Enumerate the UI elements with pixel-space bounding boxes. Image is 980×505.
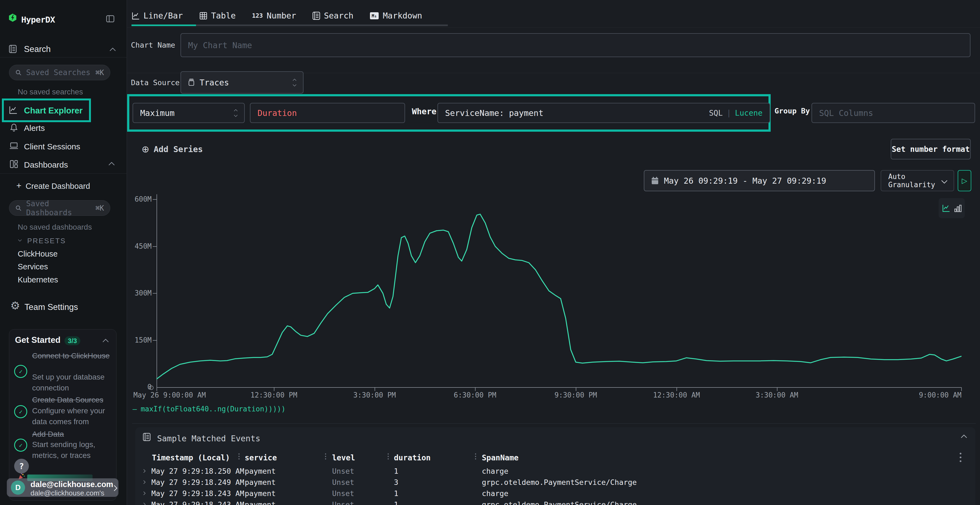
get-started-step-desc: Start sending logs, metrics, or traces [32,439,111,461]
chart-name-label: Chart Name [131,41,175,49]
where-input[interactable]: ServiceName: payment SQL | Lucene [438,103,770,123]
add-series-button[interactable]: ⊕ Add Series [142,144,203,154]
tab-line-bar[interactable]: Line/Bar [132,11,183,21]
search-section-icon [9,45,17,53]
lucene-mode-toggle[interactable]: Lucene [735,108,762,118]
legend-series-label: maxIf(toFloat640..ng(Duration))))) [141,405,286,413]
dashboards-icon [10,160,18,168]
journal-icon [143,433,151,441]
column-header-spanname[interactable]: SpanName [482,453,519,462]
sql-mode-toggle[interactable]: SQL [709,108,723,118]
y-tick-label: 450M [127,242,152,250]
data-source-label: Data Source [131,78,180,87]
line-chart-icon [132,12,140,20]
run-query-button[interactable]: ▷ [958,170,971,191]
chart-line-path [156,214,961,379]
chart-legend[interactable]: — maxIf(toFloat640..ng(Duration))))) [132,405,286,413]
x-tick-label: 12:30:00 PM [250,391,297,399]
saved-dashboards-input[interactable]: Saved Dashboards ⌘K [9,200,110,216]
x-tick-label: 6:30:00 PM [454,391,496,399]
calendar-icon [651,177,659,184]
group-by-input[interactable]: SQL Columns [811,103,975,123]
collapse-search-section-icon[interactable] [110,48,116,54]
sidebar: HyperDX Search Saved Searches ⌘K No save… [0,0,127,505]
data-source-select[interactable]: Traces [180,71,304,94]
sample-events-title: Sample Matched Events [157,434,260,443]
column-header-service[interactable]: service [245,453,277,462]
granularity-select[interactable]: Auto Granularity [881,170,954,191]
presets-label[interactable]: PRESETS [27,237,66,245]
column-resize-handle[interactable] [239,453,240,460]
journal-icon [312,12,320,20]
number-123-icon: 123 [252,12,263,19]
get-started-step-title[interactable]: Add Data [32,429,111,440]
tab-search[interactable]: Search [312,11,353,21]
chart-name-input[interactable]: My Chart Name [180,33,970,57]
y-tick-label: 300M [127,289,152,297]
tab-number[interactable]: 123 Number [252,11,296,21]
events-menu-kebab-icon[interactable] [959,452,961,462]
sidebar-item-team-settings[interactable]: Team Settings [24,302,78,312]
get-started-title: Get Started [15,335,60,345]
presets-chevron-icon[interactable] [18,238,22,241]
user-email: dale@clickhouse.com [30,480,113,489]
chart-name-placeholder: My Chart Name [188,41,252,50]
aggregation-select[interactable]: Maximum [132,103,245,123]
column-header-level[interactable]: level [332,453,355,462]
column-resize-handle[interactable] [325,453,326,460]
no-saved-dashboards-text: No saved dashboards [18,223,92,232]
field-input[interactable]: Duration [250,103,405,123]
search-icon [15,69,22,76]
sidebar-item-client-sessions[interactable]: Client Sessions [24,142,80,151]
preset-clickhouse[interactable]: ClickHouse [18,249,58,259]
group-by-placeholder: SQL Columns [819,108,873,118]
gear-icon: ⚙ [10,299,20,312]
preset-services[interactable]: Services [18,262,48,271]
column-header-duration[interactable]: duration [394,453,431,462]
plus-circle-icon: ⊕ [142,144,150,154]
user-subtext: dale@clickhouse.com's [30,489,104,497]
tab-markdown[interactable]: M↓ Markdown [370,11,422,21]
where-label: Where [412,106,436,116]
saved-dashboards-shortcut: ⌘K [95,204,104,212]
preset-kubernetes[interactable]: Kubernetes [18,275,58,284]
avatar: D [11,481,25,495]
legend-dash-icon: — [132,405,137,413]
database-icon [188,79,195,86]
get-started-step-title[interactable]: Create Data Sources [32,395,111,405]
app-title: HyperDX [21,15,55,24]
set-number-format-button[interactable]: Set number format [891,139,971,159]
collapse-dashboards-icon[interactable] [109,162,115,168]
check-circle-icon: ✓ [14,365,27,378]
chart-line-svg[interactable] [156,195,961,388]
column-header-timestamp[interactable]: Timestamp (Local) [152,453,230,462]
sidebar-item-chart-explorer[interactable]: Chart Explorer [24,106,83,116]
bell-icon [10,123,18,132]
column-resize-handle[interactable] [475,453,476,460]
hyperdx-logo-icon [9,14,16,22]
no-saved-searches-text: No saved searches [18,87,83,96]
column-resize-handle[interactable] [388,453,389,460]
x-tick-label: 3:30:00 AM [756,391,799,399]
help-button[interactable]: ? [14,459,29,473]
date-range-input[interactable]: May 26 09:29:19 - May 27 09:29:19 [644,170,875,191]
create-dashboard-button[interactable]: Create Dashboard [25,182,90,191]
laptop-icon [9,142,19,150]
sidebar-item-dashboards[interactable]: Dashboards [24,160,68,170]
get-started-step-desc: Configure where your data comes from [32,405,111,427]
saved-searches-input[interactable]: Saved Searches ⌘K [9,65,110,80]
x-tick-label: May 26 9:00:00 AM [134,391,206,399]
sidebar-section-search[interactable]: Search [24,44,51,54]
tab-table[interactable]: Table [199,11,236,21]
saved-dashboards-placeholder: Saved Dashboards [26,199,91,217]
collapse-sidebar-icon[interactable] [106,15,115,22]
x-tick-label: 9:30:00 PM [555,391,597,399]
main-area: Line/Bar Table 123 Number Search M↓ Mark… [127,0,980,505]
x-tick-label: 3:30:00 PM [353,391,396,399]
get-started-badge: 3/3 [65,336,80,345]
get-started-step-title[interactable]: Connect to ClickHouse [32,351,111,361]
y-tick-label: 0 [127,383,152,391]
plus-icon: + [16,181,22,191]
table-icon [199,12,207,20]
sidebar-item-alerts[interactable]: Alerts [24,124,45,133]
